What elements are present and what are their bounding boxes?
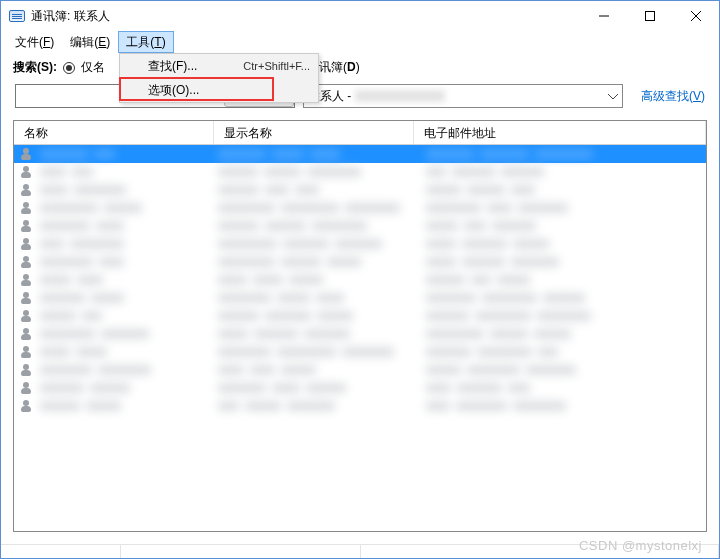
- radio-name-only-label: 仅名: [81, 59, 105, 76]
- person-icon: [20, 346, 32, 358]
- chevron-down-icon: [608, 89, 618, 103]
- address-book-label-fragment: 讯簿(D): [317, 59, 360, 76]
- table-row[interactable]: [14, 379, 706, 397]
- search-bar: 搜索(S): 仅名 讯簿(D): [1, 53, 719, 82]
- table-row[interactable]: [14, 307, 706, 325]
- table-row[interactable]: [14, 343, 706, 361]
- radio-name-only[interactable]: [63, 62, 75, 74]
- table-row[interactable]: [14, 199, 706, 217]
- column-email[interactable]: 电子邮件地址: [414, 121, 706, 144]
- menu-file[interactable]: 文件(F): [7, 31, 62, 53]
- address-book-window: 通讯簿: 联系人 文件(F) 编辑(E) 工具(T) 查找(F)... Ctr+…: [0, 0, 720, 559]
- address-book-icon: [9, 10, 25, 22]
- table-row[interactable]: [14, 289, 706, 307]
- contacts-list: 名称 显示名称 电子邮件地址: [13, 120, 707, 532]
- tools-dropdown: 查找(F)... Ctr+Shiftl+F... 选项(O)...: [119, 53, 319, 103]
- table-row[interactable]: [14, 361, 706, 379]
- person-icon: [20, 400, 32, 412]
- person-icon: [20, 328, 32, 340]
- shortcut-label: Ctr+Shiftl+F...: [243, 60, 310, 72]
- menu-tools[interactable]: 工具(T): [118, 31, 173, 53]
- person-icon: [20, 382, 32, 394]
- person-icon: [20, 292, 32, 304]
- person-icon: [20, 148, 32, 160]
- table-row[interactable]: [14, 325, 706, 343]
- table-row[interactable]: [14, 271, 706, 289]
- person-icon: [20, 310, 32, 322]
- svg-rect-1: [646, 12, 655, 21]
- table-row[interactable]: [14, 397, 706, 415]
- table-row[interactable]: [14, 253, 706, 271]
- maximize-button[interactable]: [627, 1, 673, 31]
- table-row[interactable]: [14, 163, 706, 181]
- minimize-button[interactable]: [581, 1, 627, 31]
- contacts-rows[interactable]: [14, 145, 706, 531]
- person-icon: [20, 166, 32, 178]
- person-icon: [20, 256, 32, 268]
- search-controls: 搜索(G) 联系人 - 高级查找(V): [1, 82, 719, 116]
- table-row[interactable]: [14, 217, 706, 235]
- menu-item-find[interactable]: 查找(F)... Ctr+Shiftl+F...: [120, 54, 318, 78]
- person-icon: [20, 202, 32, 214]
- column-name[interactable]: 名称: [14, 121, 214, 144]
- address-book-combo[interactable]: 联系人 -: [303, 84, 623, 108]
- person-icon: [20, 238, 32, 250]
- advanced-search-link[interactable]: 高级查找(V): [631, 88, 705, 105]
- column-display-name[interactable]: 显示名称: [214, 121, 414, 144]
- window-controls: [581, 1, 719, 31]
- search-label: 搜索(S):: [13, 59, 57, 76]
- window-title: 通讯簿: 联系人: [31, 8, 110, 25]
- column-headers: 名称 显示名称 电子邮件地址: [14, 121, 706, 145]
- menu-item-options[interactable]: 选项(O)...: [120, 78, 318, 102]
- person-icon: [20, 184, 32, 196]
- title-bar: 通讯簿: 联系人: [1, 1, 719, 31]
- menu-edit[interactable]: 编辑(E): [62, 31, 118, 53]
- close-button[interactable]: [673, 1, 719, 31]
- person-icon: [20, 274, 32, 286]
- menu-bar: 文件(F) 编辑(E) 工具(T): [1, 31, 719, 53]
- table-row[interactable]: [14, 181, 706, 199]
- person-icon: [20, 220, 32, 232]
- person-icon: [20, 364, 32, 376]
- table-row[interactable]: [14, 235, 706, 253]
- status-bar: [1, 544, 719, 558]
- table-row[interactable]: [14, 145, 706, 163]
